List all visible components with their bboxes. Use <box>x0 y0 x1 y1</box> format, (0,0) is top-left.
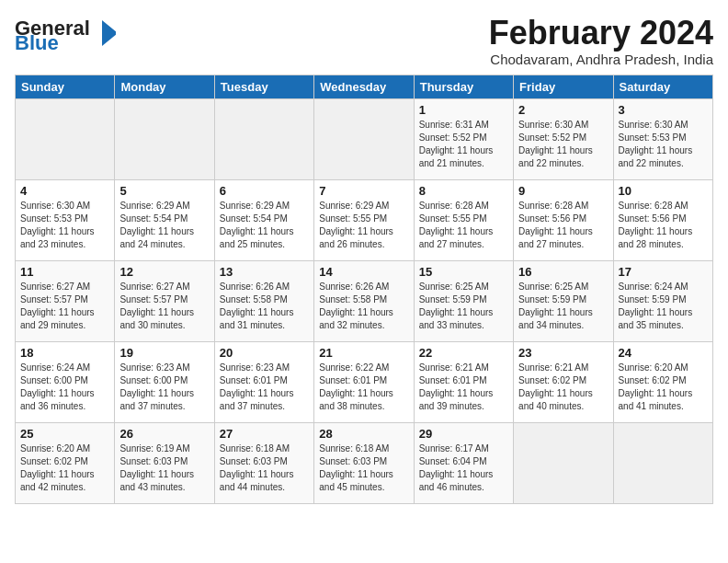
day-number: 17 <box>619 265 708 279</box>
day-number: 6 <box>220 184 309 198</box>
weekday-header: Wednesday <box>314 75 414 98</box>
calendar-cell: 5Sunrise: 6:29 AM Sunset: 5:54 PM Daylig… <box>115 179 214 260</box>
calendar-cell <box>514 422 613 503</box>
day-number: 18 <box>20 346 109 360</box>
day-info: Sunrise: 6:17 AM Sunset: 6:04 PM Dayligh… <box>419 442 508 494</box>
day-info: Sunrise: 6:23 AM Sunset: 6:00 PM Dayligh… <box>119 362 209 413</box>
day-number: 10 <box>619 184 708 198</box>
calendar-cell <box>613 422 712 503</box>
calendar-week-row: 4Sunrise: 6:30 AM Sunset: 5:53 PM Daylig… <box>16 179 713 260</box>
day-info: Sunrise: 6:28 AM Sunset: 5:55 PM Dayligh… <box>419 200 508 251</box>
logo-svg: General Blue <box>15 15 116 52</box>
day-info: Sunrise: 6:29 AM Sunset: 5:54 PM Dayligh… <box>220 200 309 251</box>
calendar-cell: 18Sunrise: 6:24 AM Sunset: 6:00 PM Dayli… <box>16 341 115 422</box>
calendar-cell <box>16 98 115 179</box>
calendar-week-row: 1Sunrise: 6:31 AM Sunset: 5:52 PM Daylig… <box>16 98 713 179</box>
day-info: Sunrise: 6:24 AM Sunset: 5:59 PM Dayligh… <box>619 281 708 332</box>
calendar-cell <box>314 98 414 179</box>
calendar-cell: 20Sunrise: 6:23 AM Sunset: 6:01 PM Dayli… <box>214 341 313 422</box>
day-number: 15 <box>419 265 508 279</box>
day-info: Sunrise: 6:24 AM Sunset: 6:00 PM Dayligh… <box>20 362 109 413</box>
month-title: February 2024 <box>489 15 713 52</box>
calendar-cell: 14Sunrise: 6:26 AM Sunset: 5:58 PM Dayli… <box>314 260 414 341</box>
day-number: 8 <box>419 184 508 198</box>
day-info: Sunrise: 6:21 AM Sunset: 6:01 PM Dayligh… <box>419 362 508 413</box>
day-info: Sunrise: 6:20 AM Sunset: 6:02 PM Dayligh… <box>619 362 708 413</box>
calendar-cell: 1Sunrise: 6:31 AM Sunset: 5:52 PM Daylig… <box>414 98 513 179</box>
calendar-cell <box>214 98 313 179</box>
calendar-cell: 9Sunrise: 6:28 AM Sunset: 5:56 PM Daylig… <box>514 179 613 260</box>
day-number: 5 <box>119 184 209 198</box>
calendar-cell: 3Sunrise: 6:30 AM Sunset: 5:53 PM Daylig… <box>613 98 712 179</box>
day-info: Sunrise: 6:19 AM Sunset: 6:03 PM Dayligh… <box>119 442 209 494</box>
day-number: 24 <box>619 346 708 360</box>
day-info: Sunrise: 6:27 AM Sunset: 5:57 PM Dayligh… <box>119 281 209 332</box>
day-info: Sunrise: 6:18 AM Sunset: 6:03 PM Dayligh… <box>319 442 408 494</box>
calendar-cell: 29Sunrise: 6:17 AM Sunset: 6:04 PM Dayli… <box>414 422 513 503</box>
svg-marker-2 <box>102 20 116 46</box>
day-number: 28 <box>319 427 408 441</box>
day-number: 16 <box>518 265 608 279</box>
calendar-cell: 19Sunrise: 6:23 AM Sunset: 6:00 PM Dayli… <box>115 341 214 422</box>
calendar-week-row: 25Sunrise: 6:20 AM Sunset: 6:02 PM Dayli… <box>16 422 713 503</box>
day-info: Sunrise: 6:18 AM Sunset: 6:03 PM Dayligh… <box>220 442 309 494</box>
day-number: 19 <box>119 346 209 360</box>
weekday-header: Thursday <box>414 75 513 98</box>
day-info: Sunrise: 6:27 AM Sunset: 5:57 PM Dayligh… <box>20 281 109 332</box>
calendar-cell: 4Sunrise: 6:30 AM Sunset: 5:53 PM Daylig… <box>16 179 115 260</box>
page-header: General Blue February 2024 Chodavaram, A… <box>15 15 713 67</box>
day-info: Sunrise: 6:25 AM Sunset: 5:59 PM Dayligh… <box>518 281 608 332</box>
day-info: Sunrise: 6:29 AM Sunset: 5:54 PM Dayligh… <box>119 200 209 251</box>
calendar-cell: 17Sunrise: 6:24 AM Sunset: 5:59 PM Dayli… <box>613 260 712 341</box>
day-number: 25 <box>20 427 109 441</box>
day-number: 9 <box>518 184 608 198</box>
title-area: February 2024 Chodavaram, Andhra Pradesh… <box>489 15 713 67</box>
day-number: 22 <box>419 346 508 360</box>
day-info: Sunrise: 6:25 AM Sunset: 5:59 PM Dayligh… <box>419 281 508 332</box>
calendar-cell: 23Sunrise: 6:21 AM Sunset: 6:02 PM Dayli… <box>514 341 613 422</box>
day-number: 1 <box>419 103 508 117</box>
calendar-cell: 21Sunrise: 6:22 AM Sunset: 6:01 PM Dayli… <box>314 341 414 422</box>
logo: General Blue <box>15 15 116 52</box>
day-info: Sunrise: 6:23 AM Sunset: 6:01 PM Dayligh… <box>220 362 309 413</box>
day-number: 7 <box>319 184 408 198</box>
weekday-header: Sunday <box>16 75 115 98</box>
day-info: Sunrise: 6:31 AM Sunset: 5:52 PM Dayligh… <box>419 119 508 170</box>
day-info: Sunrise: 6:30 AM Sunset: 5:52 PM Dayligh… <box>518 119 608 170</box>
calendar-cell: 7Sunrise: 6:29 AM Sunset: 5:55 PM Daylig… <box>314 179 414 260</box>
location: Chodavaram, Andhra Pradesh, India <box>489 52 713 67</box>
day-info: Sunrise: 6:29 AM Sunset: 5:55 PM Dayligh… <box>319 200 408 251</box>
day-number: 27 <box>220 427 309 441</box>
day-info: Sunrise: 6:30 AM Sunset: 5:53 PM Dayligh… <box>619 119 708 170</box>
day-number: 23 <box>518 346 608 360</box>
day-number: 3 <box>619 103 708 117</box>
calendar-header-row: SundayMondayTuesdayWednesdayThursdayFrid… <box>16 75 713 98</box>
calendar-cell: 11Sunrise: 6:27 AM Sunset: 5:57 PM Dayli… <box>16 260 115 341</box>
calendar-cell: 16Sunrise: 6:25 AM Sunset: 5:59 PM Dayli… <box>514 260 613 341</box>
day-info: Sunrise: 6:21 AM Sunset: 6:02 PM Dayligh… <box>518 362 608 413</box>
calendar-cell: 28Sunrise: 6:18 AM Sunset: 6:03 PM Dayli… <box>314 422 414 503</box>
day-info: Sunrise: 6:28 AM Sunset: 5:56 PM Dayligh… <box>518 200 608 251</box>
calendar-cell: 24Sunrise: 6:20 AM Sunset: 6:02 PM Dayli… <box>613 341 712 422</box>
day-number: 12 <box>119 265 209 279</box>
svg-text:Blue: Blue <box>15 31 59 52</box>
calendar-cell: 6Sunrise: 6:29 AM Sunset: 5:54 PM Daylig… <box>214 179 313 260</box>
day-number: 21 <box>319 346 408 360</box>
calendar-week-row: 18Sunrise: 6:24 AM Sunset: 6:00 PM Dayli… <box>16 341 713 422</box>
day-info: Sunrise: 6:26 AM Sunset: 5:58 PM Dayligh… <box>220 281 309 332</box>
calendar-cell: 15Sunrise: 6:25 AM Sunset: 5:59 PM Dayli… <box>414 260 513 341</box>
weekday-header: Friday <box>514 75 613 98</box>
weekday-header: Tuesday <box>214 75 313 98</box>
calendar-week-row: 11Sunrise: 6:27 AM Sunset: 5:57 PM Dayli… <box>16 260 713 341</box>
day-number: 4 <box>20 184 109 198</box>
day-info: Sunrise: 6:26 AM Sunset: 5:58 PM Dayligh… <box>319 281 408 332</box>
day-info: Sunrise: 6:30 AM Sunset: 5:53 PM Dayligh… <box>20 200 109 251</box>
day-number: 20 <box>220 346 309 360</box>
day-info: Sunrise: 6:20 AM Sunset: 6:02 PM Dayligh… <box>20 442 109 494</box>
day-number: 13 <box>220 265 309 279</box>
day-info: Sunrise: 6:22 AM Sunset: 6:01 PM Dayligh… <box>319 362 408 413</box>
day-number: 29 <box>419 427 508 441</box>
calendar-cell: 26Sunrise: 6:19 AM Sunset: 6:03 PM Dayli… <box>115 422 214 503</box>
calendar-cell: 13Sunrise: 6:26 AM Sunset: 5:58 PM Dayli… <box>214 260 313 341</box>
day-number: 2 <box>518 103 608 117</box>
